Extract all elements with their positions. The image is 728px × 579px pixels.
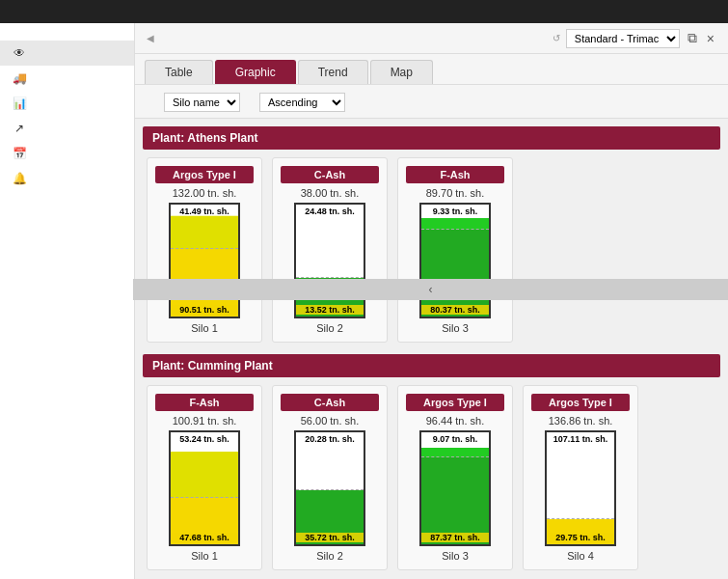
silo-dashed-line-0-2 [421, 229, 489, 230]
silo-dashed-line-1-3 [547, 518, 614, 519]
scheduling-icon: 🚚 [12, 70, 27, 86]
silo-upper-fill-1-1 [296, 454, 364, 490]
silo-visual-1-2: 9.07 tn. sh.87.37 tn. sh. [419, 430, 491, 546]
visualization-icon: 👁 [12, 45, 27, 61]
sort-direction-group: Ascending Descending [259, 91, 345, 112]
plant-section-0: Plant: Athens PlantArgos Type I132.00 tn… [143, 126, 720, 343]
sidebar-collapse-btn[interactable]: ‹ [133, 279, 728, 300]
reset-icon[interactable]: ↺ [553, 33, 560, 43]
config-label [0, 199, 134, 207]
silo-top-value-1-0: 53.24 tn. sh. [171, 434, 238, 444]
tabs-bar: Table Graphic Trend Map [135, 54, 728, 85]
silos-row-1: F-Ash100.91 tn. sh.53.24 tn. sh.47.68 tn… [143, 385, 720, 570]
silo-bottom-value-1-0: 47.68 tn. sh. [171, 533, 238, 542]
silo-label-0-2: Silo 3 [442, 322, 469, 334]
updates-icon: 🔔 [12, 171, 27, 186]
silo-card-0-2: F-Ash89.70 tn. sh.9.33 tn. sh.80.37 tn. … [397, 157, 513, 343]
close-icon-btn[interactable]: × [705, 29, 716, 48]
silo-label-1-0: Silo 1 [191, 550, 218, 562]
workspace-label [0, 33, 134, 41]
silo-dashed-line-1-1 [296, 489, 364, 490]
view-arrow: ◀ [147, 33, 154, 43]
statistics-icon: 📊 [12, 96, 27, 111]
silo-visual-0-1: 24.48 tn. sh.13.52 tn. sh. [294, 203, 365, 318]
scroll-area[interactable]: Plant: Athens PlantArgos Type I132.00 tn… [135, 119, 728, 579]
silo-visual-1-3: 107.11 tn. sh.29.75 tn. sh. [545, 430, 616, 546]
silo-type-0-1: C-Ash [281, 166, 379, 183]
calendar-icon: 📅 [12, 146, 27, 161]
sidebar-item-data-export[interactable]: ↗ [0, 116, 134, 141]
silo-top-value-1-1: 20.28 tn. sh. [296, 434, 364, 444]
tab-table[interactable]: Table [145, 60, 213, 84]
silo-total-1-0: 100.91 tn. sh. [173, 415, 237, 427]
silo-visual-0-2: 9.33 tn. sh.80.37 tn. sh. [419, 203, 491, 318]
tab-graphic[interactable]: Graphic [215, 60, 296, 84]
silo-bottom-value-1-2: 87.37 tn. sh. [421, 533, 489, 542]
silo-card-1-1: C-Ash56.00 tn. sh.20.28 tn. sh.35.72 tn.… [272, 385, 388, 570]
sidebar-item-updates[interactable]: 🔔 [0, 166, 134, 191]
silo-dashed-line-0-0 [171, 248, 238, 249]
silo-card-0-1: C-Ash38.00 tn. sh.24.48 tn. sh.13.52 tn.… [272, 157, 388, 343]
tab-map[interactable]: Map [370, 60, 433, 84]
silo-upper-fill-1-3 [547, 444, 614, 519]
silo-label-0-0: Silo 1 [191, 322, 218, 334]
sort-direction-select[interactable]: Ascending Descending [259, 93, 345, 112]
data-export-icon: ↗ [12, 121, 27, 136]
silo-card-0-0: Argos Type I132.00 tn. sh.41.49 tn. sh.9… [147, 157, 262, 343]
sort-bar: Silo name Ascending Descending [135, 85, 728, 119]
sidebar-item-calendar[interactable]: 📅 [0, 141, 134, 166]
tab-trend[interactable]: Trend [298, 60, 368, 84]
sub-header: ◀ ↺ Standard - Trimac ⧉ × [135, 23, 728, 54]
top-bar [0, 0, 728, 23]
silo-top-value-0-2: 9.33 tn. sh. [421, 207, 489, 216]
silo-dashed-line-1-0 [171, 497, 238, 498]
window-icon-btn[interactable]: ⧉ [686, 28, 699, 48]
silo-total-1-2: 96.44 tn. sh. [426, 415, 485, 427]
silo-top-value-0-0: 41.49 tn. sh. [171, 207, 238, 216]
silo-label-1-1: Silo 2 [316, 550, 343, 562]
silo-bottom-value-1-3: 29.75 tn. sh. [547, 533, 614, 542]
silo-lower-fill-1-2 [421, 457, 489, 544]
sort-field-select[interactable]: Silo name [164, 93, 240, 112]
profile-label [0, 214, 134, 222]
silo-total-1-1: 56.00 tn. sh. [301, 415, 360, 427]
silo-visual-1-1: 20.28 tn. sh.35.72 tn. sh. [294, 430, 365, 546]
silo-bottom-value-0-0: 90.51 tn. sh. [171, 305, 238, 315]
sidebar: 👁 🚚 📊 ↗ 📅 🔔 [0, 23, 135, 579]
silo-visual-1-0: 53.24 tn. sh.47.68 tn. sh. [169, 430, 240, 546]
silo-upper-fill-0-0 [171, 215, 238, 249]
silo-upper-fill-1-0 [171, 452, 238, 498]
silo-label-0-1: Silo 2 [316, 322, 343, 334]
silo-total-0-0: 132.00 tn. sh. [173, 187, 237, 199]
silo-lower-fill-0-2 [421, 230, 489, 317]
silo-label-1-2: Silo 3 [442, 550, 469, 562]
silo-top-value-1-2: 9.07 tn. sh. [421, 434, 489, 444]
sidebar-item-statistics[interactable]: 📊 [0, 91, 134, 116]
silo-dashed-line-1-2 [421, 456, 489, 457]
sidebar-item-scheduling[interactable]: 🚚 [0, 66, 134, 91]
silo-upper-fill-0-1 [296, 230, 364, 278]
silo-total-1-3: 136.86 tn. sh. [549, 415, 613, 427]
silo-type-0-0: Argos Type I [155, 166, 254, 183]
silo-type-0-2: F-Ash [406, 166, 504, 183]
silo-total-0-2: 89.70 tn. sh. [426, 187, 485, 199]
silo-type-1-2: Argos Type I [406, 394, 504, 411]
plant-header-1: Plant: Cumming Plant [143, 354, 720, 377]
silo-label-1-3: Silo 4 [567, 550, 594, 562]
silo-type-1-0: F-Ash [155, 394, 254, 411]
silo-card-1-0: F-Ash100.91 tn. sh.53.24 tn. sh.47.68 tn… [147, 385, 262, 570]
silo-visual-0-0: 41.49 tn. sh.90.51 tn. sh. [169, 203, 240, 318]
silo-top-value-1-3: 107.11 tn. sh. [547, 434, 614, 444]
silos-row-0: Argos Type I132.00 tn. sh.41.49 tn. sh.9… [143, 157, 720, 343]
silo-total-0-1: 38.00 tn. sh. [301, 187, 360, 199]
sort-field-group: Silo name [164, 91, 240, 112]
sidebar-item-visualization[interactable]: 👁 [0, 41, 134, 66]
silo-bottom-value-0-1: 13.52 tn. sh. [296, 305, 364, 315]
standard-dropdown[interactable]: Standard - Trimac [566, 29, 680, 48]
plant-section-1: Plant: Cumming PlantF-Ash100.91 tn. sh.5… [143, 354, 720, 570]
silo-type-1-3: Argos Type I [531, 394, 630, 411]
plant-header-0: Plant: Athens Plant [143, 126, 720, 150]
silo-top-value-0-1: 24.48 tn. sh. [296, 207, 364, 216]
silo-bottom-value-1-1: 35.72 tn. sh. [296, 533, 364, 542]
silo-bottom-value-0-2: 80.37 tn. sh. [421, 305, 489, 315]
